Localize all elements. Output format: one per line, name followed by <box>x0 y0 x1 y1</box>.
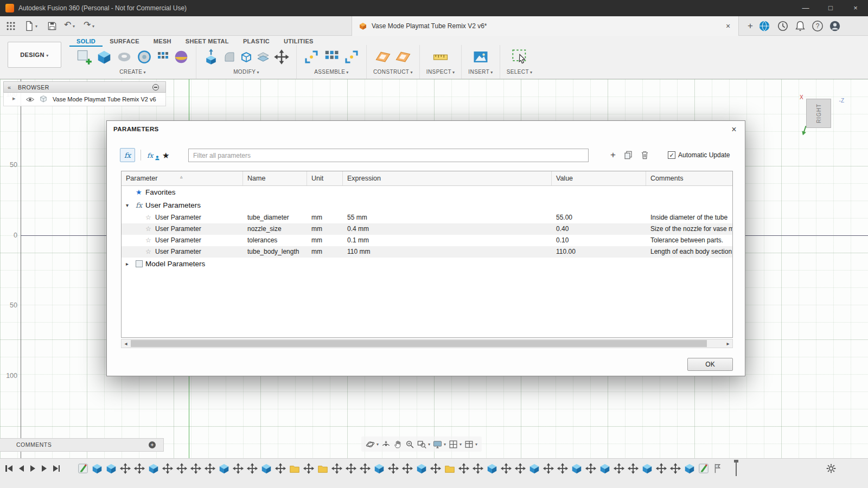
timeline-feature-move-icon[interactable] <box>627 463 639 474</box>
parameter-expression[interactable]: 0.1 mm <box>343 235 552 246</box>
fillet-icon[interactable] <box>223 50 236 63</box>
timeline-feature-move-icon[interactable] <box>472 463 484 474</box>
column-header-expression[interactable]: Expression <box>343 171 552 185</box>
viewcube[interactable]: X -Z RIGHT <box>800 92 846 139</box>
timeline-feature-move-icon[interactable] <box>162 463 174 474</box>
timeline-feature-move-icon[interactable] <box>345 463 357 474</box>
ok-button[interactable]: OK <box>687 358 733 371</box>
viewports-icon[interactable] <box>464 440 474 449</box>
modify-group-dropdown[interactable]: MODIFY▾ <box>233 69 259 75</box>
file-menu-caret-icon[interactable]: ▾ <box>35 24 37 29</box>
column-header-comments[interactable]: Comments <box>646 171 732 185</box>
parameter-expression[interactable]: 110 mm <box>343 246 552 258</box>
extrude-icon[interactable] <box>96 49 112 65</box>
favorites-group-row[interactable]: ★ Favorites <box>122 186 732 199</box>
parameter-comment[interactable]: Tolerance between parts. <box>646 235 732 246</box>
user-parameters-group-row[interactable]: ▾ fx User Parameters <box>122 199 732 212</box>
column-header-unit[interactable]: Unit <box>307 171 343 185</box>
caret-down-icon[interactable]: ▾ <box>376 442 379 447</box>
app-menu-grid-icon[interactable] <box>5 21 16 31</box>
zoom-icon[interactable] <box>405 440 414 449</box>
timeline-feature-folder-icon[interactable] <box>444 463 456 474</box>
timeline-feature-move-icon[interactable] <box>542 463 554 474</box>
timeline-feature-cube-icon[interactable] <box>105 463 117 474</box>
parameter-row-tube-body-length[interactable]: ☆User Parameter tube_body_length mm 110 … <box>122 246 732 258</box>
model-parameters-group-row[interactable]: ▸ Model Parameters <box>122 258 732 271</box>
collapse-browser-icon[interactable]: « <box>8 82 11 93</box>
timeline-feature-cube-icon[interactable] <box>218 463 230 474</box>
browser-header[interactable]: « BROWSER <box>3 81 166 93</box>
user-parameters-filter-button[interactable]: fx <box>120 148 135 162</box>
maximize-button[interactable]: □ <box>818 0 843 16</box>
parameter-row-nozzle-size[interactable]: ☆User Parameter nozzle_size mm 0.4 mm 0.… <box>122 223 732 235</box>
create-group-dropdown[interactable]: CREATE▾ <box>119 69 146 75</box>
notifications-bell-icon[interactable] <box>794 20 806 32</box>
step-forward-button[interactable] <box>42 465 47 472</box>
timeline-feature-move-icon[interactable] <box>232 463 244 474</box>
caret-down-icon[interactable]: ▾ <box>444 442 446 447</box>
comments-panel-bar[interactable]: COMMENTS + <box>0 438 164 452</box>
expand-caret-icon[interactable]: ▸ <box>126 258 129 271</box>
timeline-feature-sketch-icon[interactable] <box>698 463 710 474</box>
timeline-feature-move-icon[interactable] <box>119 463 131 474</box>
horizontal-scrollbar[interactable]: ◂ ▸ <box>121 339 733 348</box>
timeline-feature-move-icon[interactable] <box>557 463 569 474</box>
favorite-star-icon[interactable]: ☆ <box>145 212 151 223</box>
new-component-icon[interactable] <box>303 49 320 65</box>
timeline-feature-cube-icon[interactable] <box>599 463 611 474</box>
timeline-feature-move-icon[interactable] <box>401 463 413 474</box>
timeline-feature-cube-icon[interactable] <box>571 463 583 474</box>
timeline-feature-cube-icon[interactable] <box>486 463 498 474</box>
caret-down-icon[interactable]: ▾ <box>475 442 477 447</box>
favorite-star-icon[interactable]: ☆ <box>145 223 151 235</box>
joint-icon[interactable] <box>323 49 340 65</box>
new-tab-button[interactable]: + <box>743 16 757 36</box>
parameter-comment[interactable]: Length of each body section <box>646 246 732 258</box>
timeline-feature-move-icon[interactable] <box>133 463 145 474</box>
timeline-settings-gear-icon[interactable] <box>826 463 837 474</box>
timeline-feature-move-icon[interactable] <box>359 463 371 474</box>
parameter-name[interactable]: tube_diameter <box>243 212 307 223</box>
step-back-button[interactable] <box>19 465 24 472</box>
column-header-parameter[interactable]: Parameter▵ <box>122 171 243 185</box>
scroll-right-arrow-icon[interactable]: ▸ <box>724 339 732 348</box>
timeline-feature-move-icon[interactable] <box>514 463 526 474</box>
user-avatar[interactable] <box>829 20 841 32</box>
timeline-feature-move-icon[interactable] <box>585 463 597 474</box>
go-to-start-button[interactable] <box>5 465 12 472</box>
workspace-design-dropdown[interactable]: DESIGN ▾ <box>8 42 61 68</box>
zoom-window-icon[interactable] <box>417 440 426 449</box>
shell-icon[interactable] <box>240 50 253 63</box>
timeline-strip[interactable] <box>77 461 724 476</box>
create-sketch-icon[interactable] <box>76 49 92 65</box>
measure-icon[interactable] <box>432 49 449 65</box>
automatic-update-checkbox[interactable]: ✓ <box>668 151 675 159</box>
tab-plastic[interactable]: PLASTIC <box>236 37 277 46</box>
timeline-feature-move-icon[interactable] <box>613 463 625 474</box>
press-pull-icon[interactable] <box>203 49 219 65</box>
move-copy-icon[interactable] <box>273 49 290 65</box>
parameter-row-tube-diameter[interactable]: ☆User Parameter tube_diameter mm 55 mm 5… <box>122 212 732 223</box>
timeline-position-marker[interactable] <box>736 461 737 476</box>
dialog-close-button[interactable]: × <box>727 123 741 136</box>
display-settings-icon[interactable] <box>433 440 442 449</box>
undo-button[interactable]: ↶ <box>64 20 71 30</box>
favorites-filter-button[interactable]: ★ <box>162 149 169 163</box>
undo-caret-icon[interactable]: ▾ <box>73 24 75 29</box>
file-menu-icon[interactable] <box>24 21 35 31</box>
insert-group-dropdown[interactable]: INSERT▾ <box>468 69 493 75</box>
construct-plane-icon[interactable] <box>375 49 391 65</box>
go-to-end-button[interactable] <box>53 465 60 472</box>
column-header-name[interactable]: Name <box>243 171 307 185</box>
motion-link-icon[interactable] <box>343 49 360 65</box>
timeline-feature-move-icon[interactable] <box>176 463 188 474</box>
assemble-group-dropdown[interactable]: ASSEMBLE▾ <box>314 69 349 75</box>
parameter-row-tolerances[interactable]: ☆User Parameter tolerances mm 0.1 mm 0.1… <box>122 235 732 246</box>
online-status-globe-icon[interactable] <box>758 20 770 32</box>
inspect-group-dropdown[interactable]: INSPECT▾ <box>426 69 455 75</box>
timeline-feature-cube-icon[interactable] <box>148 463 159 474</box>
collapse-caret-icon[interactable]: ▾ <box>126 199 129 212</box>
timeline-feature-move-icon[interactable] <box>331 463 343 474</box>
combine-icon[interactable] <box>257 50 270 63</box>
delete-parameter-icon[interactable] <box>640 150 650 160</box>
